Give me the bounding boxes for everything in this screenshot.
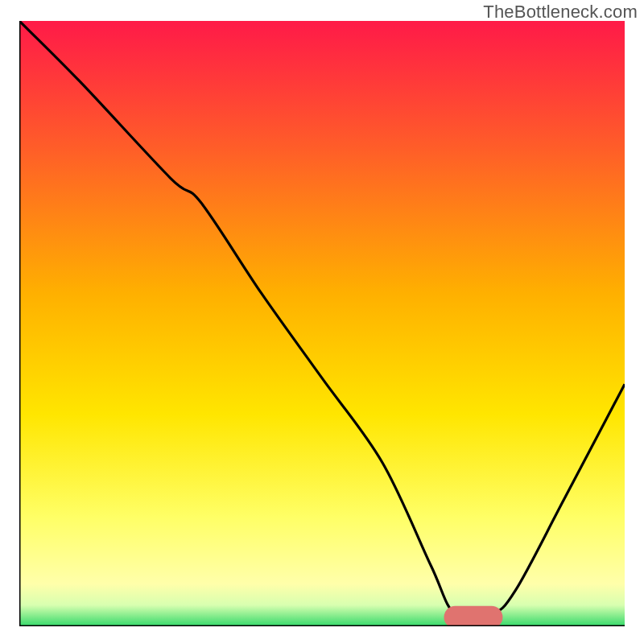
watermark-text: TheBottleneck.com bbox=[483, 2, 638, 23]
chart-container: TheBottleneck.com bbox=[0, 0, 644, 644]
chart-svg bbox=[19, 21, 625, 626]
plot-area bbox=[19, 21, 625, 626]
gradient-background bbox=[19, 21, 625, 626]
